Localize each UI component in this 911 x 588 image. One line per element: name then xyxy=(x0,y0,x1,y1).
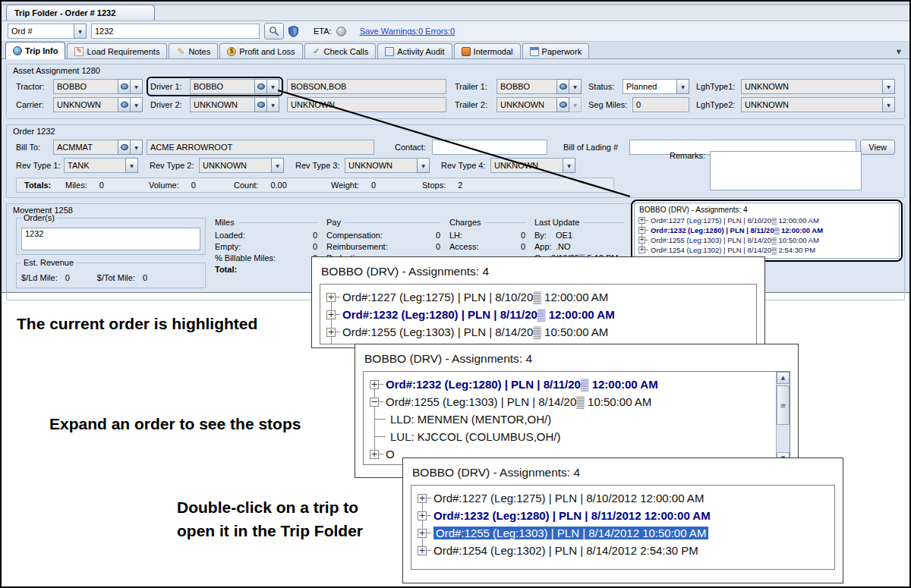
ord-field-selector[interactable]: Ord # xyxy=(8,24,87,39)
driver1-combo[interactable]: BOBBO xyxy=(190,79,279,94)
lghtype2-value[interactable]: UNKNOWN xyxy=(741,97,883,112)
order-number-input[interactable] xyxy=(91,24,260,39)
carrier-value[interactable]: UNKNOWN xyxy=(53,97,118,112)
stop-item[interactable]: LLD: MENMEN (MENTOR,OH/) xyxy=(370,410,768,428)
collapse-icon[interactable] xyxy=(370,398,379,407)
tab-trip-info[interactable]: Trip Info xyxy=(5,42,65,59)
expand-icon[interactable] xyxy=(326,328,336,337)
expand-icon[interactable] xyxy=(370,450,379,459)
chevron-down-icon[interactable] xyxy=(563,158,575,173)
tree-item-current[interactable]: Ord#:1232 (Leg:1280) | PLN | 8/11/20▒ 12… xyxy=(638,225,895,235)
driver1-value[interactable]: BOBBO xyxy=(190,79,255,94)
driver2-value[interactable]: UNKNOWN xyxy=(190,97,255,112)
tab-overflow-icon[interactable] xyxy=(892,43,906,57)
lookup-icon[interactable] xyxy=(556,97,569,112)
chevron-down-icon[interactable] xyxy=(74,24,87,39)
stop-item[interactable]: LUL: KJCCOL (COLUMBUS,OH/) xyxy=(370,428,768,445)
tree-item-selected[interactable]: Ord#:1255 (Leg:1303) | PLN | 8/14/2012 1… xyxy=(418,524,828,542)
rev-type2-combo[interactable]: UNKNOWN xyxy=(199,158,284,173)
chevron-down-icon[interactable] xyxy=(882,79,895,94)
chevron-down-icon[interactable] xyxy=(130,79,143,94)
remarks-textarea[interactable] xyxy=(710,151,862,190)
rev-type4-value[interactable]: UNKNOWN xyxy=(490,158,563,173)
tree-item[interactable]: Ord#:1255 (Leg:1303) | PLN | 8/14/20▒ 10… xyxy=(326,323,750,341)
lookup-icon[interactable] xyxy=(254,79,267,94)
chevron-down-icon[interactable] xyxy=(125,158,138,173)
expand-icon[interactable] xyxy=(638,227,645,234)
trailer2-combo[interactable]: UNKNOWN xyxy=(496,97,582,112)
driver2-name-field[interactable]: UNKNOWN xyxy=(287,97,446,112)
tab-intermodal[interactable]: Intermodal xyxy=(454,43,521,58)
trailer1-value[interactable]: BOBBO xyxy=(496,79,557,94)
bill-to-combo[interactable]: ACMMAT xyxy=(53,140,143,155)
chevron-down-icon[interactable] xyxy=(130,97,143,112)
lghtype1-combo[interactable]: UNKNOWN xyxy=(741,79,895,94)
tree-item[interactable]: Ord#:1254 (Leg:1302) | PLN | 8/14/20▒ 2:… xyxy=(638,245,895,255)
chevron-down-icon[interactable] xyxy=(266,97,279,112)
carrier-combo[interactable]: UNKNOWN xyxy=(53,97,143,112)
chevron-down-icon[interactable] xyxy=(882,97,895,112)
save-warnings-link[interactable]: Save Warnings:0 Errors:0 xyxy=(360,27,456,36)
expand-icon[interactable] xyxy=(638,217,645,224)
tree-item-current[interactable]: Ord#:1232 (Leg:1280) | PLN | 8/11/20▒ 12… xyxy=(370,376,768,393)
tab-check-calls[interactable]: Check Calls xyxy=(304,43,377,58)
status-combo[interactable]: Planned xyxy=(623,79,689,94)
tree-item-current[interactable]: Ord#:1232 (Leg:1280) | PLN | 8/11/20▒ 12… xyxy=(326,306,750,323)
trailer2-value[interactable]: UNKNOWN xyxy=(496,97,557,112)
tab-activity-audit[interactable]: Activity Audit xyxy=(377,43,452,58)
chevron-down-icon[interactable] xyxy=(569,97,582,112)
lghtype1-value[interactable]: UNKNOWN xyxy=(741,79,883,94)
chevron-down-icon[interactable] xyxy=(271,158,284,173)
tab-paperwork[interactable]: Paperwork xyxy=(522,43,590,58)
chevron-down-icon[interactable] xyxy=(417,158,430,173)
chevron-down-icon[interactable] xyxy=(130,140,143,155)
search-button[interactable] xyxy=(264,23,284,39)
status-value[interactable]: Planned xyxy=(623,79,677,94)
tree-item-expanded[interactable]: Ord#:1255 (Leg:1303) | PLN | 8/14/20▒ 10… xyxy=(370,393,768,410)
bill-to-value[interactable]: ACMMAT xyxy=(53,140,118,155)
rev-type1-value[interactable]: TANK xyxy=(64,158,126,173)
driver2-combo[interactable]: UNKNOWN xyxy=(190,97,279,112)
lookup-icon[interactable] xyxy=(118,140,131,155)
trailer1-combo[interactable]: BOBBO xyxy=(496,79,582,94)
expand-icon[interactable] xyxy=(326,310,336,319)
scrollbar-thumb[interactable] xyxy=(777,385,790,425)
tree-item[interactable]: Ord#:1227 (Leg:1275) | PLN | 8/10/20▒ 12… xyxy=(638,215,895,225)
tab-load-requirements[interactable]: Load Requirements xyxy=(67,43,167,58)
expand-icon[interactable] xyxy=(418,494,427,503)
lookup-icon[interactable] xyxy=(118,97,131,112)
bill-to-name-field[interactable]: ACME ARROWROOT xyxy=(147,140,374,155)
order-id[interactable]: 1232 xyxy=(25,229,43,238)
tab-notes[interactable]: Notes xyxy=(169,43,218,58)
tab-profit-and-loss[interactable]: Profit and Loss xyxy=(219,43,302,58)
orders-listbox[interactable]: 1232 xyxy=(21,228,200,250)
chevron-down-icon[interactable] xyxy=(569,79,582,94)
lghtype2-combo[interactable]: UNKNOWN xyxy=(741,97,895,112)
window-title-tab[interactable]: Trip Folder - Order # 1232 xyxy=(6,5,155,20)
contact-input[interactable] xyxy=(432,140,547,155)
expand-icon[interactable] xyxy=(418,529,427,538)
lookup-icon[interactable] xyxy=(254,97,267,112)
scrollbar[interactable] xyxy=(776,372,790,464)
expand-icon[interactable] xyxy=(418,511,427,520)
seg-miles-field[interactable]: 0 xyxy=(632,97,689,112)
tree-item-current[interactable]: Ord#:1232 (Leg:1280) | PLN | 8/11/2012 1… xyxy=(418,507,828,524)
chevron-down-icon[interactable] xyxy=(676,79,689,94)
lookup-icon[interactable] xyxy=(118,79,131,94)
lookup-icon[interactable] xyxy=(556,79,569,94)
expand-icon[interactable] xyxy=(418,546,427,555)
rev-type2-value[interactable]: UNKNOWN xyxy=(199,158,272,173)
scroll-up-icon[interactable] xyxy=(777,372,790,384)
tree-item[interactable]: Ord#:1254 (Leg:1302) | PLN | 8/14/2012 2… xyxy=(418,542,828,559)
tractor-value[interactable]: BOBBO xyxy=(53,79,118,94)
rev-type1-combo[interactable]: TANK xyxy=(64,158,138,173)
expand-icon[interactable] xyxy=(326,293,336,302)
tree-item[interactable]: Ord#:1227 (Leg:1275) | PLN | 8/10/2012 1… xyxy=(418,489,828,507)
ord-field-selector-value[interactable]: Ord # xyxy=(8,24,74,39)
expand-icon[interactable] xyxy=(638,247,645,253)
chevron-down-icon[interactable] xyxy=(266,79,279,94)
expand-icon[interactable] xyxy=(638,237,645,244)
expand-icon[interactable] xyxy=(370,380,379,389)
tractor-combo[interactable]: BOBBO xyxy=(53,79,143,94)
rev-type4-combo[interactable]: UNKNOWN xyxy=(490,158,575,173)
